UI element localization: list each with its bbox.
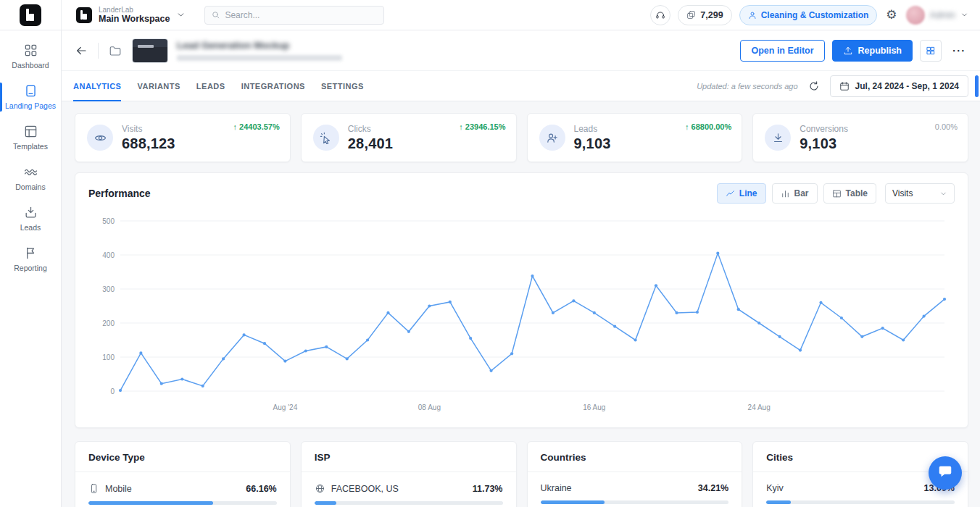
sidebar-item-reporting[interactable]: Reporting — [0, 239, 61, 280]
stat-label: Conversions — [800, 124, 848, 134]
project-badge[interactable]: Cleaning & Customization — [739, 5, 878, 25]
page-icon — [24, 84, 38, 98]
support-button[interactable] — [650, 5, 670, 25]
page-thumbnail[interactable] — [132, 38, 168, 63]
ellipsis-icon: ⋯ — [952, 43, 966, 58]
stat-label: Leads — [574, 124, 611, 134]
credits-icon — [686, 10, 696, 20]
view-bar-button[interactable]: Bar — [772, 183, 818, 204]
stat-label: Clicks — [348, 124, 393, 134]
settings-gear-button[interactable]: ⚙ — [884, 7, 898, 22]
mobile-icon — [88, 483, 99, 494]
sidebar-item-label: Dashboard — [12, 61, 49, 70]
bar-chart-icon — [781, 189, 790, 198]
download-icon — [765, 125, 791, 151]
stat-delta: ↑ 23946.15% — [459, 122, 505, 131]
republish-button[interactable]: Republish — [832, 40, 913, 62]
stat-card-leads: Leads 9,103 ↑ 68800.00% — [527, 113, 743, 162]
divider — [98, 43, 99, 59]
folder-button[interactable] — [107, 43, 123, 59]
progress-fill — [541, 500, 605, 504]
table-icon — [832, 189, 842, 198]
back-button[interactable] — [73, 43, 89, 59]
tab-leads[interactable]: LEADS — [196, 71, 225, 101]
svg-text:200: 200 — [102, 319, 115, 327]
page-url-redacted — [177, 55, 342, 61]
date-range-picker[interactable]: Jul, 24 2024 - Sep, 1 2024 — [830, 75, 968, 97]
stat-label: Visits — [122, 124, 175, 134]
line-chart-icon — [726, 189, 735, 198]
tab-integrations[interactable]: INTEGRATIONS — [241, 71, 305, 101]
svg-text:16 Aug: 16 Aug — [583, 403, 605, 411]
tab-analytics[interactable]: ANALYTICS — [73, 71, 121, 101]
stat-value: 28,401 — [348, 135, 393, 152]
workspace-selector[interactable]: LanderLab Main Workspace — [76, 6, 186, 25]
account-menu[interactable]: Admin — [906, 6, 968, 25]
view-table-button[interactable]: Table — [823, 183, 876, 204]
tab-variants[interactable]: VARIANTS — [137, 71, 180, 101]
breakdown-item: FACEBOOK, US 11.73% — [315, 483, 503, 494]
stat-value: 9,103 — [800, 135, 848, 152]
breakdown-title: Device Type — [88, 452, 277, 463]
breakdown-card-device-type: Device Type Mobile 66.16% — [75, 441, 291, 507]
sidebar-item-leads[interactable]: Leads — [0, 198, 61, 239]
page-title: Lead Generation Mockup — [177, 40, 342, 51]
stat-delta: 0.00% — [935, 122, 958, 131]
credits-button[interactable]: 7,299 — [678, 5, 731, 25]
gear-icon: ⚙ — [886, 8, 897, 22]
progress-track — [541, 500, 729, 504]
sidebar: Dashboard Landing Pages Templates Domain… — [0, 30, 62, 507]
cursor-click-icon — [313, 125, 339, 151]
progress-track — [88, 501, 277, 505]
refresh-button[interactable] — [807, 79, 821, 93]
search-input[interactable] — [225, 10, 378, 20]
breakdown-item-label: Ukraine — [541, 483, 572, 493]
open-in-editor-button[interactable]: Open in Editor — [740, 40, 824, 62]
credits-count: 7,299 — [700, 10, 723, 20]
calendar-icon — [839, 81, 850, 91]
sidebar-item-label: Reporting — [14, 264, 47, 272]
sidebar-item-domains[interactable]: Domains — [0, 158, 61, 198]
progress-fill — [766, 500, 791, 504]
sidebar-item-landing-pages[interactable]: Landing Pages — [0, 77, 61, 117]
divider — [302, 472, 516, 472]
project-badge-label: Cleaning & Customization — [761, 10, 869, 20]
page-header: Lead Generation Mockup Open in Editor Re… — [62, 30, 980, 70]
sidebar-item-label: Domains — [15, 183, 45, 191]
sidebar-item-dashboard[interactable]: Dashboard — [0, 36, 61, 77]
headset-icon — [655, 10, 665, 20]
tab-settings[interactable]: SETTINGS — [321, 71, 364, 101]
account-name: Admin — [930, 10, 955, 20]
performance-chart: 0100200300400500Aug '2408 Aug16 Aug24 Au… — [88, 211, 955, 420]
landerlab-logo[interactable] — [0, 0, 62, 30]
sidebar-item-templates[interactable]: Templates — [0, 117, 61, 158]
divider — [528, 472, 742, 472]
sidebar-item-label: Leads — [20, 223, 41, 232]
template-icon — [24, 125, 38, 138]
svg-text:24 Aug: 24 Aug — [748, 403, 771, 411]
ab-variants-button[interactable] — [920, 40, 942, 62]
republish-label: Republish — [858, 46, 902, 56]
flag-icon — [24, 246, 38, 260]
performance-card: Performance Line Bar — [75, 172, 968, 428]
breakdown-item-value: 66.16% — [246, 484, 276, 494]
breakdown-card-countries: Countries Ukraine 34.21% — [527, 441, 743, 507]
folder-icon — [109, 44, 122, 57]
breakdown-item-label: Mobile — [105, 484, 132, 494]
breakdown-card-isp: ISP FACEBOOK, US 11.73% — [301, 441, 517, 507]
user-plus-icon — [539, 125, 565, 151]
performance-title: Performance — [88, 188, 151, 199]
chat-launcher-button[interactable] — [929, 456, 962, 490]
svg-text:300: 300 — [102, 285, 115, 293]
more-options-button[interactable]: ⋯ — [949, 43, 968, 57]
arrow-left-icon — [75, 44, 88, 57]
inbox-icon — [24, 206, 38, 219]
svg-text:Aug '24: Aug '24 — [273, 403, 298, 411]
open-in-editor-label: Open in Editor — [751, 46, 813, 56]
avatar — [906, 6, 925, 25]
metric-select[interactable]: Visits — [885, 183, 955, 204]
scrollbar-thumb[interactable] — [975, 75, 979, 97]
view-bar-label: Bar — [794, 188, 809, 198]
view-line-button[interactable]: Line — [717, 183, 766, 204]
breakdown-item-value: 34.21% — [698, 483, 728, 493]
